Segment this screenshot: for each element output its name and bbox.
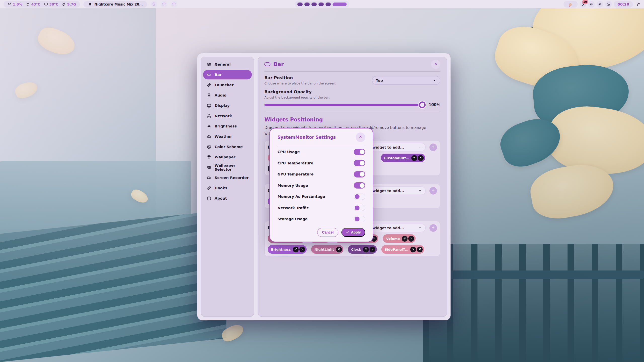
close-icon [434,62,438,67]
top-bar: 1.8% 43°C 38°C 9.7G Nightcore Music Mix … [0,0,644,8]
toggle-switch-memory-usage[interactable] [354,182,365,189]
widget-settings-icon[interactable] [411,155,417,161]
gpu-temp-stat: 38°C [44,2,58,6]
toggle-switch-cpu-usage[interactable] [354,149,365,155]
toggle-row: Network Traffic [277,202,365,214]
sidebar-item-launcher[interactable]: Launcher [203,80,252,90]
cancel-button[interactable]: Cancel [317,228,338,237]
system-monitor-settings-dialog: SystemMonitor Settings CPU Usage CPU Tem… [269,128,373,242]
sidebar-item-screen-recorder[interactable]: Screen Recorder [203,173,252,183]
widget-remove-icon[interactable] [417,247,423,252]
widget-remove-icon[interactable] [336,247,342,252]
close-icon [358,135,363,140]
sidebar-item-icon [207,124,211,128]
notification-badge: 10 [582,0,588,4]
toggle-switch-gpu-temperature[interactable] [354,171,365,177]
workspace-dot[interactable] [304,3,310,6]
widget-chip-sidepanelt[interactable]: SidePanelT… [381,245,424,254]
widget-chip-clock[interactable]: Clock [348,245,377,254]
sidebar-item-color-scheme[interactable]: Color Scheme [203,142,252,152]
widget-chip-volume[interactable]: Volume [383,234,416,243]
close-icon [419,156,422,160]
widget-settings-icon[interactable] [363,247,369,252]
widget-chip-label: Clock [351,248,361,251]
sidebar-item-brightness[interactable]: Brightness [203,121,252,131]
workspace-dot[interactable] [326,3,331,6]
sidebar-item-bar[interactable]: Bar [203,70,252,79]
sidebar-item-general[interactable]: General [203,60,252,69]
widget-chip-nightlight[interactable]: NightLight [311,245,343,254]
widget-settings-icon[interactable] [402,236,408,242]
favorite-button-2[interactable] [171,1,177,8]
sidebar-item-wallpaper-selector[interactable]: Wallpaper Selector [203,163,252,172]
sidebar-item-icon [207,72,211,77]
dialog-title: SystemMonitor Settings [277,135,356,140]
plus-icon [431,225,435,231]
workspace-dot[interactable] [318,3,324,6]
widget-remove-icon[interactable] [408,236,414,242]
bar-position-dropdown[interactable]: Top [372,76,440,85]
system-monitor-widget[interactable]: 1.8% 43°C 38°C 9.7G [4,1,80,8]
toggle-list: CPU Usage CPU Temperature GPU Temperatur… [277,146,365,225]
temperature-flame-icon [26,2,30,6]
divider [264,112,440,112]
cpu-gauge-icon [8,2,12,6]
night-light-button[interactable] [605,1,612,8]
sidebar-item-weather[interactable]: Weather [203,132,252,141]
workspace-dot[interactable] [311,3,317,6]
sidebar-item-icon [207,165,211,170]
widget-settings-icon[interactable] [293,247,299,252]
sidebar-item-network[interactable]: Network [203,111,252,121]
chevron-down-icon [418,189,422,193]
sidebar-item-label: Wallpaper Selector [215,163,252,171]
widget-remove-icon[interactable] [370,247,375,252]
workspace-indicator[interactable] [295,1,349,8]
sidebar-item-label: Brightness [215,124,237,128]
media-player-widget[interactable]: Nightcore Music Mix 20… [84,1,147,8]
toggle-label: CPU Temperature [277,161,313,165]
skull-button[interactable] [151,1,157,8]
sidebar-item-wallpaper[interactable]: Wallpaper [203,152,252,162]
toggle-switch-memory-as-percentage[interactable] [354,194,365,200]
favorite-button[interactable] [161,1,167,8]
dashboard-button[interactable] [635,1,641,8]
clock-widget[interactable]: 00:28 [614,1,633,8]
add-widget-button-center[interactable] [429,187,437,195]
chevron-down-icon [418,145,422,149]
toggle-row: GPU Temperature [277,169,365,180]
close-icon [410,237,413,241]
workspace-dot[interactable] [333,3,347,6]
brightness-button[interactable] [597,1,603,8]
toggle-switch-storage-usage[interactable] [354,216,365,222]
widget-remove-icon[interactable] [418,155,424,161]
toggle-switch-cpu-temperature[interactable] [354,160,365,166]
check-icon [346,231,349,234]
toggle-label: CPU Usage [277,150,300,154]
sidebar-item-hooks[interactable]: Hooks [203,183,252,193]
apply-button[interactable]: Apply [341,228,365,237]
sidebar-item-display[interactable]: Display [203,101,252,110]
dialog-close-button[interactable] [356,132,365,142]
close-icon [418,248,421,251]
window-close-button[interactable] [431,60,440,69]
widget-settings-icon[interactable] [410,247,416,252]
volume-button[interactable] [588,1,595,8]
widget-chip-custombutt[interactable]: CustomButt… [381,154,425,162]
sidebar-item-audio[interactable]: Audio [203,90,252,100]
sidebar-item-about[interactable]: About [203,194,252,203]
widget-chip-brightness[interactable]: Brightness [268,245,307,254]
opacity-slider-handle[interactable] [419,102,426,108]
toggle-row: Memory Usage [277,180,365,191]
toggle-switch-network-traffic[interactable] [354,205,365,211]
sidebar-item-label: Wallpaper [215,155,235,159]
add-widget-button-left[interactable] [429,144,437,151]
notifications-button[interactable]: 10 [580,1,586,8]
bar-position-description: Choose where to place the bar on the scr… [264,81,336,85]
widget-remove-icon[interactable] [299,247,305,252]
sidebar-item-icon [207,83,211,87]
workspace-dot[interactable] [297,3,303,6]
opacity-slider[interactable] [264,104,425,106]
tray-app-button[interactable] [564,1,578,8]
heart-icon [172,2,176,6]
add-widget-button-right[interactable] [429,224,437,232]
